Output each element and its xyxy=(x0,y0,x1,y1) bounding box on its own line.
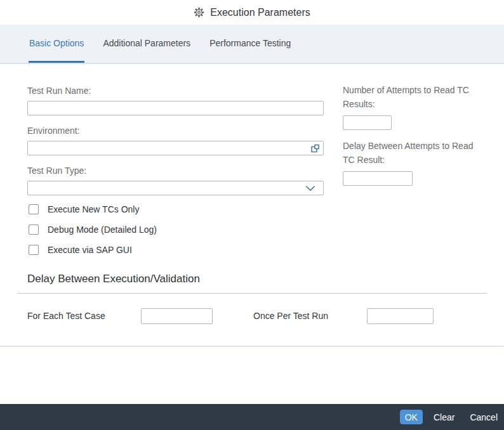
delay-section-title: Delay Between Execution/Validation xyxy=(27,273,200,285)
environment-input[interactable] xyxy=(27,141,324,155)
tab-basic-options[interactable]: Basic Options xyxy=(29,25,84,63)
section-divider xyxy=(17,293,487,294)
once-per-test-run-label: Once Per Test Run xyxy=(253,311,328,321)
tab-bar: Basic Options Additional Parameters Perf… xyxy=(0,25,504,64)
checkbox-label: Execute via SAP GUI xyxy=(48,245,132,255)
tab-additional-parameters[interactable]: Additional Parameters xyxy=(102,25,191,63)
checkbox-debug-mode[interactable] xyxy=(29,225,39,235)
test-run-type-select[interactable] xyxy=(27,181,324,195)
dialog-title: Execution Parameters xyxy=(210,7,310,18)
tab-label: Additional Parameters xyxy=(103,38,190,48)
test-run-type-label: Test Run Type: xyxy=(27,164,324,177)
test-run-type-field: Test Run Type: xyxy=(27,164,324,195)
checkbox-row-debug-mode[interactable]: Debug Mode (Detailed Log) xyxy=(29,225,324,235)
dialog-header: Execution Parameters xyxy=(0,0,504,25)
ok-button[interactable]: OK xyxy=(400,410,423,424)
checkbox-label: Execute New TCs Only xyxy=(48,204,139,214)
for-each-test-case-input[interactable] xyxy=(141,308,213,324)
checkbox-row-execute-via-sap-gui[interactable]: Execute via SAP GUI xyxy=(29,245,324,255)
for-each-test-case-label: For Each Test Case xyxy=(27,311,105,321)
checkbox-row-execute-new-tcs-only[interactable]: Execute New TCs Only xyxy=(29,204,324,214)
delay-between-attempts-label: Delay Between Attempts to Read TC Result… xyxy=(343,139,474,167)
checkbox-execute-via-sap-gui[interactable] xyxy=(29,245,39,255)
delay-between-attempts-input[interactable] xyxy=(343,171,413,186)
once-per-test-run-input[interactable] xyxy=(367,308,434,324)
execution-parameters-dialog: Execution Parameters Basic Options Addit… xyxy=(0,0,504,430)
basic-options-right-column: Number of Attempts to Read TC Results: D… xyxy=(343,83,474,195)
delay-between-attempts-field: Delay Between Attempts to Read TC Result… xyxy=(343,139,474,186)
test-run-name-input[interactable] xyxy=(27,101,324,115)
test-run-name-label: Test Run Name: xyxy=(27,84,324,97)
basic-options-left-column: Test Run Name: Environment: Test Run Typ… xyxy=(27,84,324,265)
tab-label: Performance Testing xyxy=(209,38,291,48)
content-bottom-divider xyxy=(0,346,504,347)
gear-icon xyxy=(194,7,204,18)
tab-label: Basic Options xyxy=(29,38,84,48)
attempts-label: Number of Attempts to Read TC Results: xyxy=(343,83,474,111)
chevron-down-icon[interactable] xyxy=(305,185,315,191)
environment-field: Environment: xyxy=(27,124,324,155)
tab-performance-testing[interactable]: Performance Testing xyxy=(209,25,291,63)
attempts-field: Number of Attempts to Read TC Results: xyxy=(343,83,474,130)
environment-label: Environment: xyxy=(27,124,324,137)
cancel-button[interactable]: Cancel xyxy=(470,412,498,422)
dialog-footer: OK Clear Cancel xyxy=(0,404,504,430)
test-run-name-field: Test Run Name: xyxy=(27,84,324,115)
checkbox-label: Debug Mode (Detailed Log) xyxy=(48,225,157,235)
attempts-input[interactable] xyxy=(343,115,392,130)
value-help-icon[interactable] xyxy=(310,143,320,153)
clear-button[interactable]: Clear xyxy=(434,412,454,422)
checkbox-execute-new-tcs-only[interactable] xyxy=(29,204,39,214)
